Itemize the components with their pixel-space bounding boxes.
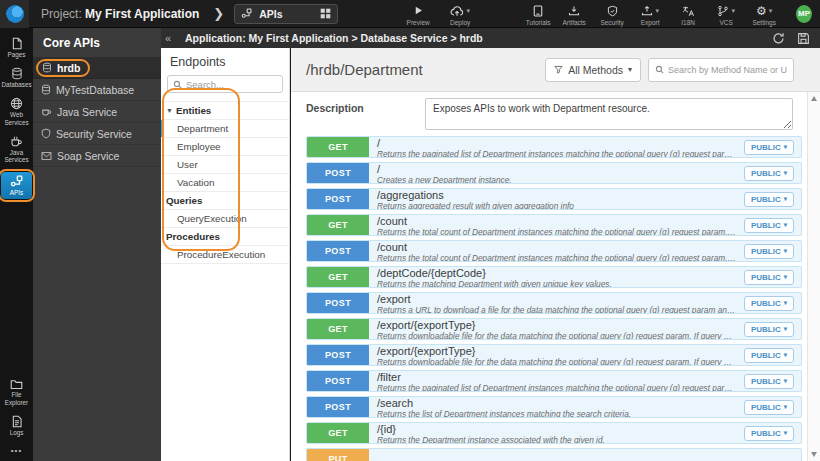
collapse-panel-icon[interactable]: «: [161, 32, 175, 44]
api-endpoint-row[interactable]: GET /deptCode/{deptCode} Returns the mat…: [306, 266, 802, 288]
deploy-button[interactable]: ▾ Deploy: [442, 4, 478, 26]
caret-down-icon: ▾: [784, 430, 787, 437]
tree-item-vacation[interactable]: Vacation: [161, 174, 289, 192]
core-api-item-mytestdatabase[interactable]: MyTestDatabase: [33, 79, 161, 101]
tutorials-button[interactable]: Tutorials: [520, 4, 556, 26]
access-dropdown[interactable]: PUBLIC ▾: [744, 322, 794, 337]
refresh-icon[interactable]: [772, 32, 785, 45]
more-options-icon[interactable]: •••: [11, 446, 22, 455]
page-title: /hrdb/Department: [306, 61, 545, 78]
tree-item-procedureexecution[interactable]: ProcedureExecution: [161, 246, 289, 264]
api-endpoint-row[interactable]: GET /{id} Returns the Department instanc…: [306, 422, 802, 444]
tree-item-queryexecution[interactable]: QueryExecution: [161, 210, 289, 228]
access-dropdown[interactable]: PUBLIC ▾: [744, 270, 794, 285]
access-dropdown[interactable]: PUBLIC ▾: [744, 426, 794, 441]
save-icon[interactable]: [797, 32, 810, 45]
access-dropdown[interactable]: PUBLIC ▾: [744, 166, 794, 181]
method-search[interactable]: [648, 58, 794, 82]
tree-item-department[interactable]: Department: [161, 120, 289, 138]
security-button[interactable]: Security: [594, 4, 630, 26]
caret-down-icon: ▼: [166, 107, 173, 114]
scroll-up-button[interactable]: [808, 92, 820, 105]
grid-icon[interactable]: [320, 8, 331, 19]
method-badge: POST: [307, 189, 369, 209]
core-api-item-hrdb[interactable]: hrdb: [33, 57, 161, 79]
nav-item-file-explorer[interactable]: File Explorer: [1, 375, 32, 407]
method-search-input[interactable]: [668, 65, 787, 75]
api-endpoint-row[interactable]: POST /count Returns the total count of D…: [306, 240, 802, 262]
api-endpoint-row[interactable]: POST /export/{exportType} Returns downlo…: [306, 344, 802, 366]
api-endpoint-row[interactable]: GET / Returns the paginated list of Depa…: [306, 136, 802, 158]
api-endpoint-row[interactable]: POST /aggregations Returns aggregated re…: [306, 188, 802, 210]
artifacts-button[interactable]: Artifacts: [556, 4, 592, 26]
app-logo[interactable]: [0, 0, 29, 28]
api-endpoint-row[interactable]: POST /search Returns the list of Departm…: [306, 396, 802, 418]
methods-filter-dropdown[interactable]: All Methods ▾: [545, 58, 641, 82]
tree-group-procedures[interactable]: Procedures: [161, 228, 289, 246]
access-label: PUBLIC: [751, 299, 781, 308]
tab-apis-label: APIs: [259, 8, 313, 20]
api-endpoint-row[interactable]: POST /filter Returns the paginated list …: [306, 370, 802, 392]
core-api-item-soap-service[interactable]: Soap Service: [33, 145, 161, 167]
nav-item-web-services[interactable]: Web Services: [1, 94, 32, 127]
nav-item-pages[interactable]: Pages: [1, 34, 32, 60]
core-api-item-java-service[interactable]: Java Service: [33, 101, 161, 123]
api-endpoint-row[interactable]: GET /count Returns the total count of De…: [306, 214, 802, 236]
scroll-down-button[interactable]: [808, 448, 820, 461]
coffee-icon: [41, 106, 52, 117]
tree-group-entities[interactable]: ▼ Entities: [161, 102, 289, 120]
access-label: PUBLIC: [751, 351, 781, 360]
endpoint-path: /export: [377, 294, 736, 306]
endpoint-description: Returns the total count of Department in…: [377, 254, 736, 261]
nav-item-databases[interactable]: Databases: [1, 64, 32, 90]
vcs-button[interactable]: ▾ VCS: [708, 4, 744, 26]
method-badge: GET: [307, 137, 369, 157]
method-badge: POST: [307, 345, 369, 365]
caret-down-icon: ▾: [784, 326, 787, 333]
api-endpoint-row[interactable]: GET /export/{exportType} Returns downloa…: [306, 318, 802, 340]
api-node-icon: [241, 8, 252, 19]
vertical-scrollbar[interactable]: [807, 92, 820, 461]
export-button[interactable]: ▾ Export: [632, 4, 668, 26]
endpoint-description: Returns a URL to download a file for the…: [377, 306, 736, 313]
project-title: Project: My First Application: [41, 7, 199, 21]
access-dropdown[interactable]: PUBLIC ▾: [744, 348, 794, 363]
api-endpoint-row[interactable]: POST / Creates a new Department instance…: [306, 162, 802, 184]
access-dropdown[interactable]: PUBLIC ▾: [744, 296, 794, 311]
nav-item-java-services[interactable]: Java Services: [1, 132, 32, 165]
endpoints-title: Endpoints: [161, 48, 289, 75]
caret-down-icon: ▾: [784, 196, 787, 203]
hrdb-annotation-ring: hrdb: [36, 59, 90, 77]
left-nav-rail: Pages Databases Web Services Java Servic…: [0, 28, 33, 461]
apis-annotation-ring: APIs: [0, 169, 35, 201]
chevron-right-icon[interactable]: ❯: [213, 6, 224, 21]
access-label: PUBLIC: [751, 377, 781, 386]
project-label: Project:: [41, 7, 82, 21]
access-dropdown[interactable]: PUBLIC ▾: [744, 244, 794, 259]
tree-item-user[interactable]: User: [161, 156, 289, 174]
preview-button[interactable]: Preview: [400, 4, 436, 26]
access-dropdown[interactable]: PUBLIC ▾: [744, 374, 794, 389]
i18n-button[interactable]: I18N: [670, 4, 706, 26]
tree-group-queries[interactable]: Queries: [161, 192, 289, 210]
access-dropdown[interactable]: PUBLIC ▾: [744, 400, 794, 415]
endpoints-search[interactable]: [167, 75, 283, 93]
nav-item-logs[interactable]: Logs: [1, 412, 32, 438]
method-badge: POST: [307, 371, 369, 391]
access-dropdown[interactable]: PUBLIC ▾: [744, 218, 794, 233]
core-api-item-security-service[interactable]: Security Service: [33, 123, 161, 145]
settings-button[interactable]: ⚙ ▾ Settings: [746, 4, 782, 26]
endpoints-search-input[interactable]: [186, 79, 277, 90]
api-endpoint-row[interactable]: POST /export Returns a URL to download a…: [306, 292, 802, 314]
access-dropdown[interactable]: PUBLIC ▾: [744, 140, 794, 155]
nav-item-apis[interactable]: APIs: [1, 172, 32, 198]
core-apis-panel: Core APIs hrdb MyTestDatabase: [33, 28, 161, 461]
tab-apis[interactable]: APIs: [234, 4, 338, 24]
endpoint-description: Returns the matching Department with giv…: [377, 280, 736, 287]
caret-down-icon: ▾: [784, 404, 787, 411]
access-dropdown[interactable]: PUBLIC ▾: [744, 192, 794, 207]
user-avatar[interactable]: MP: [796, 5, 812, 23]
api-endpoint-row[interactable]: PUT ▾: [306, 448, 802, 461]
description-textarea[interactable]: [425, 98, 793, 130]
tree-item-employee[interactable]: Employee: [161, 138, 289, 156]
